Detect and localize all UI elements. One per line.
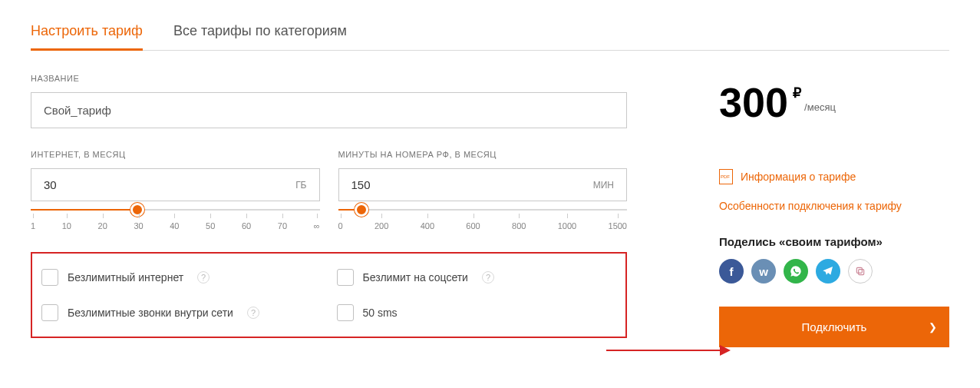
connect-button[interactable]: Подключить ❯: [719, 307, 949, 347]
internet-value-box: 30 ГБ: [31, 168, 320, 201]
checkbox-sms[interactable]: [337, 304, 354, 321]
label-unlimited-calls: Безлимитные звонки внутри сети: [68, 307, 233, 319]
tariff-name-input[interactable]: [31, 92, 627, 128]
label-unlimited-internet: Безлимитный интернет: [68, 271, 183, 284]
price-amount: 300: [719, 81, 788, 123]
minutes-value-box: 150 МИН: [338, 168, 628, 201]
share-vk-icon[interactable]: w: [751, 259, 776, 284]
share-copy-icon[interactable]: [848, 259, 873, 284]
minutes-value: 150: [351, 178, 371, 191]
help-icon[interactable]: ?: [197, 271, 210, 284]
svg-rect-0: [859, 270, 864, 275]
help-icon[interactable]: ?: [247, 307, 259, 319]
checkbox-unlimited-calls[interactable]: [41, 304, 58, 321]
price-currency: ₽: [793, 85, 801, 101]
checkbox-unlimited-social[interactable]: [337, 269, 354, 286]
options-highlight-box: Безлимитный интернет ? Безлимит на соцсе…: [31, 252, 627, 338]
link-connection-features[interactable]: Особенности подключения к тарифу: [719, 200, 949, 212]
internet-slider-thumb[interactable]: [130, 203, 144, 217]
share-telegram-icon[interactable]: [816, 259, 840, 284]
price-block: 300 ₽ /месяц: [719, 81, 949, 123]
svg-rect-1: [856, 267, 862, 273]
minutes-label: МИНУТЫ НА НОМЕРА РФ, В МЕСЯЦ: [338, 150, 628, 159]
checkbox-unlimited-internet[interactable]: [41, 269, 58, 286]
annotation-arrow: [606, 350, 729, 351]
share-title: Поделись «своим тарифом»: [719, 235, 949, 248]
minutes-slider[interactable]: [338, 209, 628, 211]
minutes-unit: МИН: [593, 180, 614, 191]
link-tariff-info[interactable]: Информация о тарифе: [719, 169, 949, 184]
share-facebook-icon[interactable]: f: [719, 259, 744, 284]
tabs: Настроить тариф Все тарифы по категориям: [31, 15, 949, 51]
internet-value: 30: [44, 178, 57, 191]
minutes-ticks: 0 200 400 600 800 1000 1500: [338, 221, 628, 230]
share-whatsapp-icon[interactable]: [784, 259, 808, 284]
tab-all-categories[interactable]: Все тарифы по категориям: [173, 15, 347, 50]
label-sms: 50 sms: [363, 307, 398, 319]
help-icon[interactable]: ?: [482, 271, 494, 284]
chevron-right-icon: ❯: [929, 321, 937, 333]
internet-ticks: 1 10 20 30 40 50 60 70 ∞: [31, 221, 320, 230]
pdf-icon: [719, 169, 733, 184]
name-label: НАЗВАНИЕ: [31, 74, 627, 83]
price-period: /месяц: [804, 101, 836, 113]
minutes-slider-thumb[interactable]: [355, 203, 368, 217]
internet-label: ИНТЕРНЕТ, В МЕСЯЦ: [31, 150, 320, 159]
internet-unit: ГБ: [295, 180, 306, 191]
tab-configure[interactable]: Настроить тариф: [31, 15, 143, 50]
label-unlimited-social: Безлимит на соцсети: [363, 271, 468, 284]
internet-slider[interactable]: [31, 209, 320, 211]
